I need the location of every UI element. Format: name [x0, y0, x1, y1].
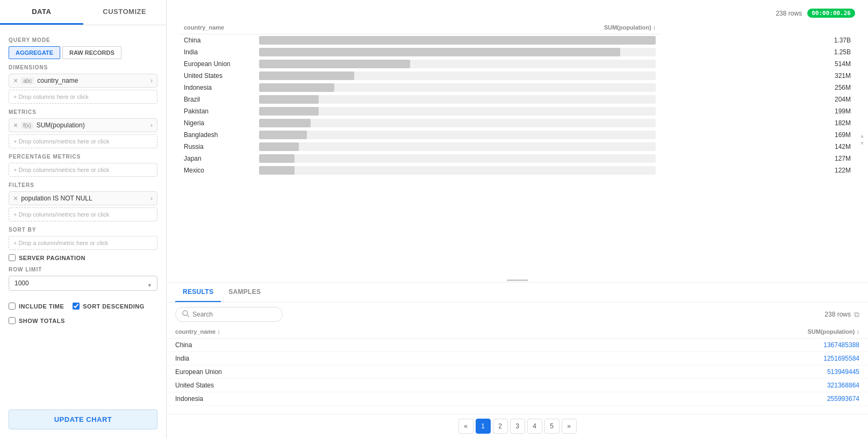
results-toolbar: 238 rows ⧉	[167, 303, 868, 326]
include-time-label: INCLUDE TIME	[19, 303, 64, 310]
dimension-chip[interactable]: × abc country_name ›	[9, 74, 157, 88]
results-row: Indonesia 255993674	[167, 392, 868, 406]
metrics-type: f(x)	[21, 122, 33, 129]
copy-icon[interactable]: ⧉	[854, 310, 859, 319]
metrics-arrow-icon[interactable]: ›	[150, 121, 153, 129]
tabs-header: DATA CUSTOMIZE	[0, 0, 166, 25]
include-time-row: INCLUDE TIME	[9, 303, 64, 310]
chart-cell-bar	[255, 46, 660, 58]
results-tab-samples[interactable]: SAMPLES	[221, 283, 268, 302]
chart-col-country: country_name	[180, 22, 255, 34]
dimension-drop-zone[interactable]: + Drop columns here or click	[9, 90, 157, 104]
chart-col-population: SUM(population) ↕	[255, 22, 660, 34]
tab-customize[interactable]: CUSTOMIZE	[83, 0, 167, 25]
divider-handle[interactable]	[167, 278, 868, 282]
chart-cell-bar	[255, 141, 660, 153]
result-cell-country: European Union	[167, 365, 504, 379]
chart-cell-country: Pakistan	[180, 105, 255, 117]
result-cell-country: Indonesia	[167, 392, 504, 406]
filter-chip[interactable]: × population IS NOT NULL ›	[9, 191, 157, 205]
chart-cell-bar	[255, 153, 660, 164]
show-totals-checkbox[interactable]	[9, 317, 16, 324]
chart-cell-value: 256M	[660, 82, 855, 94]
chart-scroll-indicator: ▲ ▼	[859, 132, 865, 146]
sort-by-label: SORT BY	[9, 227, 157, 233]
server-pagination-checkbox[interactable]	[9, 254, 16, 261]
pagination-next[interactable]: »	[562, 419, 577, 434]
results-area: RESULTS SAMPLES 238 rows ⧉	[167, 282, 868, 438]
chart-row: India 1.25B	[180, 46, 855, 58]
filters-drop-zone[interactable]: + Drop columns/metrics here or click	[9, 207, 157, 221]
metrics-chip[interactable]: × f(x) SUM(population) ›	[9, 118, 157, 132]
chart-cell-country: United States	[180, 70, 255, 82]
query-mode-label: QUERY MODE	[9, 37, 157, 43]
dimensions-label: DIMENSIONS	[9, 64, 157, 70]
chart-cell-country: Brazil	[180, 94, 255, 105]
chart-row: European Union 514M	[180, 58, 855, 70]
dimension-name: country_name	[37, 77, 78, 84]
metrics-name: SUM(population)	[37, 121, 85, 129]
search-input[interactable]	[192, 311, 276, 318]
chart-cell-value: 204M	[660, 94, 855, 105]
result-cell-population: 321368864	[504, 379, 868, 392]
chart-cell-value: 122M	[660, 164, 855, 176]
pagination-page-3[interactable]: 3	[510, 419, 525, 434]
result-cell-country: China	[167, 339, 504, 352]
results-row: European Union 513949445	[167, 365, 868, 379]
chart-cell-country: Bangladesh	[180, 129, 255, 141]
sort-drop-zone[interactable]: + Drop a column/metric here or click	[9, 236, 157, 250]
sort-descending-checkbox[interactable]	[73, 303, 80, 310]
dimension-type: abc	[21, 77, 34, 84]
pagination-page-1[interactable]: 1	[476, 419, 491, 434]
sort-descending-label: SORT DESCENDING	[83, 303, 144, 310]
chart-cell-value: 514M	[660, 58, 855, 70]
chart-cell-country: Russia	[180, 141, 255, 153]
results-tabs: RESULTS SAMPLES	[167, 283, 868, 303]
right-panel: 238 rows 00:00:00.26 country_name SUM(po…	[167, 0, 868, 438]
svg-line-1	[187, 315, 189, 317]
metrics-remove-icon[interactable]: ×	[13, 121, 18, 129]
query-mode-row: AGGREGATE RAW RECORDS	[9, 46, 157, 59]
time-badge: 00:00:00.26	[807, 9, 855, 18]
results-count-text: 238 rows	[824, 311, 851, 318]
chart-rows-count: 238 rows	[776, 10, 802, 17]
dimension-remove-icon[interactable]: ×	[13, 77, 18, 84]
chart-cell-value: 142M	[660, 141, 855, 153]
chart-cell-bar	[255, 164, 660, 176]
pct-drop-zone[interactable]: + Drop columns/metrics here or click	[9, 163, 157, 177]
aggregate-btn[interactable]: AGGREGATE	[9, 46, 60, 59]
dimension-arrow-icon[interactable]: ›	[150, 77, 153, 84]
server-pagination-row: SERVER PAGINATION	[9, 254, 157, 261]
chart-cell-country: China	[180, 34, 255, 47]
chart-cell-bar	[255, 82, 660, 94]
result-cell-population: 1251695584	[504, 352, 868, 365]
tab-data[interactable]: DATA	[0, 0, 83, 25]
chart-cell-bar	[255, 129, 660, 141]
filter-remove-icon[interactable]: ×	[13, 195, 18, 202]
chart-row: Japan 127M	[180, 153, 855, 164]
chart-row: Pakistan 199M	[180, 105, 855, 117]
chart-cell-value: 1.37B	[660, 34, 855, 47]
chart-cell-country: India	[180, 46, 255, 58]
pagination-prev[interactable]: «	[458, 419, 474, 434]
pagination-page-4[interactable]: 4	[527, 419, 542, 434]
raw-records-btn[interactable]: RAW RECORDS	[62, 46, 121, 59]
filter-arrow-icon[interactable]: ›	[150, 195, 153, 202]
pagination-page-2[interactable]: 2	[493, 419, 508, 434]
chart-row: Brazil 204M	[180, 94, 855, 105]
chart-cell-country: Japan	[180, 153, 255, 164]
metrics-drop-zone[interactable]: + Drop columns/metrics here or click	[9, 134, 157, 148]
results-tab-results[interactable]: RESULTS	[175, 283, 221, 302]
chart-cell-value: 169M	[660, 129, 855, 141]
include-time-checkbox[interactable]	[9, 303, 16, 310]
pagination-page-5[interactable]: 5	[544, 419, 559, 434]
result-cell-population: 255993674	[504, 392, 868, 406]
search-icon	[182, 310, 189, 319]
filters-label: FILTERS	[9, 182, 157, 188]
pagination: « 1 2 3 4 5 »	[167, 414, 868, 438]
data-table: country_name ↕ SUM(population) ↕ China 1…	[167, 326, 868, 414]
show-totals-label: SHOW TOTALS	[19, 318, 65, 324]
update-chart-button[interactable]: UPDATE CHART	[9, 410, 157, 429]
row-limit-select[interactable]: 1000 10 50 100 500 5000 10000	[9, 276, 157, 291]
chart-area: 238 rows 00:00:00.26 country_name SUM(po…	[167, 0, 868, 278]
